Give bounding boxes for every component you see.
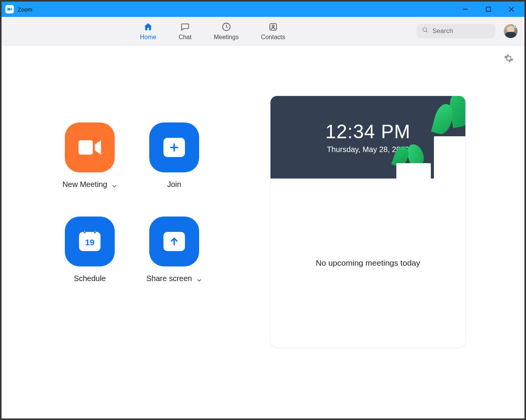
svg-rect-2 (486, 7, 491, 12)
home-icon (143, 21, 153, 32)
tab-meetings[interactable]: Meetings (214, 21, 239, 41)
toolbar: Home Chat Meetings Contacts (2, 17, 524, 46)
clock-icon (221, 21, 232, 32)
tab-contacts[interactable]: Contacts (261, 21, 285, 41)
minimize-button[interactable] (454, 2, 477, 17)
tab-home[interactable]: Home (140, 21, 157, 41)
schedule-label: Schedule (74, 274, 106, 283)
window-title: Zoom (18, 6, 32, 13)
schedule-button[interactable]: 19 Schedule (48, 217, 132, 299)
no-meetings-text: No upcoming meetings today (316, 258, 420, 268)
close-button[interactable] (500, 2, 523, 17)
tab-home-label: Home (140, 34, 157, 41)
join-label: Join (167, 180, 181, 189)
tab-chat[interactable]: Chat (178, 21, 191, 41)
clock-time: 12:34 PM (325, 121, 411, 143)
share-screen-button[interactable]: Share screen (132, 217, 216, 299)
avatar[interactable] (504, 24, 518, 38)
presence-online-icon (514, 24, 518, 28)
main-area: New Meeting Join (2, 46, 524, 418)
join-button[interactable]: Join (132, 122, 216, 205)
clock-hero: 12:34 PM Thursday, May 28, 2020 (270, 96, 465, 179)
chevron-down-icon[interactable] (196, 276, 202, 281)
chat-icon (180, 21, 190, 32)
video-icon (65, 122, 115, 172)
svg-rect-10 (79, 140, 93, 154)
svg-point-7 (272, 25, 274, 27)
plant-decoration (434, 136, 465, 179)
svg-rect-0 (7, 8, 10, 11)
zoom-logo-icon (5, 5, 14, 13)
svg-line-9 (426, 31, 428, 33)
app-window: Zoom Home Chat (2, 2, 524, 418)
search-icon (422, 27, 429, 35)
new-meeting-label: New Meeting (63, 180, 107, 189)
chevron-down-icon[interactable] (112, 182, 117, 187)
titlebar: Zoom (2, 2, 524, 17)
share-screen-label: Share screen (147, 274, 192, 283)
tab-meetings-label: Meetings (214, 34, 239, 41)
search-box[interactable] (417, 24, 495, 38)
upcoming-card: 12:34 PM Thursday, May 28, 2020 No upcom… (270, 96, 466, 348)
contacts-icon (268, 21, 279, 32)
search-input[interactable] (432, 27, 490, 35)
plant-decoration (396, 163, 431, 179)
tab-chat-label: Chat (178, 34, 191, 41)
maximize-button[interactable] (477, 2, 500, 17)
calendar-icon: 19 (79, 232, 101, 251)
svg-point-8 (423, 28, 427, 31)
action-grid: New Meeting Join (48, 122, 216, 299)
settings-button[interactable] (504, 53, 514, 63)
calendar-day: 19 (85, 238, 94, 248)
main-nav: Home Chat Meetings Contacts (8, 21, 417, 41)
plus-icon (163, 138, 185, 157)
new-meeting-button[interactable]: New Meeting (48, 122, 132, 205)
arrow-up-icon (163, 232, 185, 251)
tab-contacts-label: Contacts (261, 34, 285, 41)
